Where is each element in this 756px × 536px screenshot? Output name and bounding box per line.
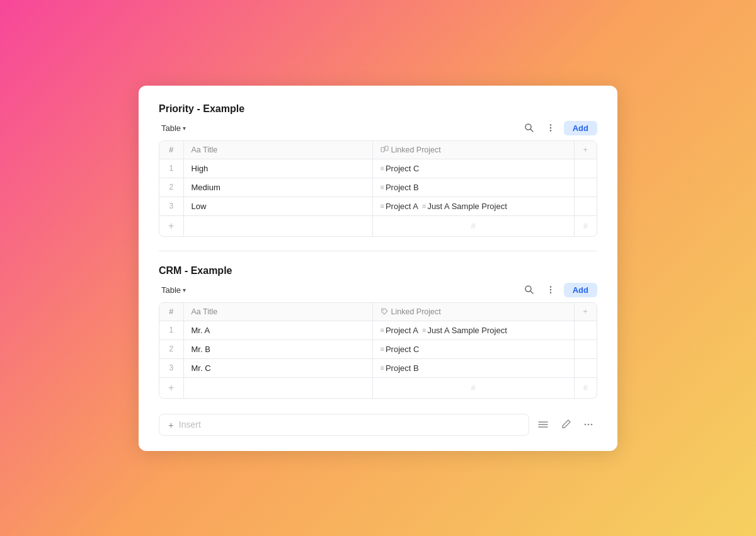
svg-rect-6 <box>385 146 388 151</box>
table-view-button[interactable]: Table ▾ <box>159 122 188 134</box>
dots-vertical-icon <box>546 123 556 133</box>
svg-point-12 <box>382 310 384 311</box>
search-icon <box>524 285 534 295</box>
svg-point-4 <box>550 130 551 131</box>
section1-add-button[interactable]: Add <box>564 121 597 135</box>
section2-table-view-button[interactable]: Table ▾ <box>159 284 188 296</box>
col2-linked-header: Linked Project <box>372 303 574 321</box>
chevron-down-icon: ▾ <box>183 287 186 294</box>
section2-add-button[interactable]: Add <box>564 283 597 297</box>
row-title: Low <box>183 197 372 215</box>
section-crm: CRM - Example Table ▾ <box>159 265 597 399</box>
svg-point-17 <box>588 424 590 426</box>
section2-title: CRM - Example <box>159 265 597 277</box>
row-extra <box>574 358 597 377</box>
search-button[interactable] <box>521 121 537 135</box>
col-linked-header: Linked Project <box>372 141 574 159</box>
add-row-plus[interactable]: + <box>159 215 183 236</box>
row-extra <box>574 159 597 178</box>
add-row-hash2: # <box>574 215 597 236</box>
svg-point-9 <box>550 286 551 287</box>
row-extra <box>574 339 597 358</box>
section-divider <box>159 251 597 251</box>
add-row-hash1: # <box>372 215 574 236</box>
add-row-hash2: # <box>574 377 597 398</box>
tag-icon <box>381 307 389 316</box>
row-title: High <box>183 159 372 178</box>
add-row-plus[interactable]: + <box>159 377 183 398</box>
bottom-bar: + Insert <box>159 402 597 436</box>
pen-button[interactable] <box>557 417 575 432</box>
row-num: 1 <box>159 159 183 178</box>
col2-num-header: # <box>159 303 183 321</box>
more-options-button[interactable] <box>542 121 559 135</box>
table-row: 2 Mr. B ≡ Project C <box>159 339 597 358</box>
row-title: Medium <box>183 178 372 197</box>
row-title: Mr. C <box>183 358 372 377</box>
linked-project-icon <box>381 145 389 154</box>
col-title-header: Aa Title <box>183 141 372 159</box>
insert-plus-icon: + <box>168 419 174 430</box>
lines-icon <box>537 419 549 430</box>
bottom-icons <box>534 417 597 432</box>
table-add-row: + # # <box>159 215 597 236</box>
svg-rect-5 <box>381 147 384 152</box>
row-linked: ≡ Project A ≡ Just A Sample Project <box>372 321 574 339</box>
section2-toolbar-left: Table ▾ <box>159 284 188 296</box>
section2-toolbar: Table ▾ Add <box>159 283 597 297</box>
pen-icon <box>560 419 571 430</box>
svg-point-3 <box>550 127 551 128</box>
row-extra <box>574 321 597 339</box>
main-card: Priority - Example Table ▾ <box>139 86 617 451</box>
row-extra <box>574 178 597 197</box>
col-num-header: # <box>159 141 183 159</box>
svg-point-18 <box>591 424 593 426</box>
section2-search-button[interactable] <box>521 283 537 297</box>
search-icon <box>524 123 534 133</box>
svg-line-1 <box>530 129 533 132</box>
table-row: 3 Mr. C ≡ Project B <box>159 358 597 377</box>
add-row-hash1: # <box>372 377 574 398</box>
dots-vertical-icon <box>546 285 556 295</box>
row-title: Mr. B <box>183 339 372 358</box>
insert-label: Insert <box>179 419 201 430</box>
section2-toolbar-right: Add <box>521 283 597 297</box>
row-linked: ≡ Project B <box>372 358 574 377</box>
row-extra <box>574 197 597 215</box>
chevron-down-icon: ▾ <box>183 125 186 132</box>
toolbar-left: Table ▾ <box>159 122 188 134</box>
table-row: 1 Mr. A ≡ Project A ≡ Just A Sample Proj… <box>159 321 597 339</box>
section-priority: Priority - Example Table ▾ <box>159 103 597 237</box>
svg-point-11 <box>550 292 551 293</box>
row-num: 3 <box>159 197 183 215</box>
row-title: Mr. A <box>183 321 372 339</box>
table-add-row: + # # <box>159 377 597 398</box>
more-bottom-button[interactable] <box>580 417 597 432</box>
row-num: 1 <box>159 321 183 339</box>
section2-more-options-button[interactable] <box>542 283 559 297</box>
lines-button[interactable] <box>534 417 552 432</box>
section2-table: # Aa Title Linked Project <box>159 302 597 399</box>
row-num: 2 <box>159 339 183 358</box>
row-linked: ≡ Project A ≡ Just A Sample Project <box>372 197 574 215</box>
add-row-empty <box>183 215 372 236</box>
section1-toolbar-right: Add <box>521 121 597 135</box>
svg-point-16 <box>585 424 587 426</box>
svg-point-10 <box>550 289 551 290</box>
row-linked: ≡ Project B <box>372 178 574 197</box>
add-row-empty <box>183 377 372 398</box>
table-row: 1 High ≡ Project C <box>159 159 597 178</box>
col2-title-header: Aa Title <box>183 303 372 321</box>
svg-point-2 <box>550 124 551 125</box>
section1-table: # Aa Title Linked Project <box>159 140 597 237</box>
row-num: 2 <box>159 178 183 197</box>
section1-toolbar: Table ▾ Add <box>159 121 597 135</box>
section1-header-row: # Aa Title Linked Project <box>159 141 597 159</box>
section1-title: Priority - Example <box>159 103 597 115</box>
dots-horizontal-icon <box>583 419 594 430</box>
row-num: 3 <box>159 358 183 377</box>
col-add-header[interactable]: + <box>574 141 597 159</box>
col2-add-header[interactable]: + <box>574 303 597 321</box>
insert-bar: + Insert <box>159 414 529 436</box>
table-row: 2 Medium ≡ Project B <box>159 178 597 197</box>
